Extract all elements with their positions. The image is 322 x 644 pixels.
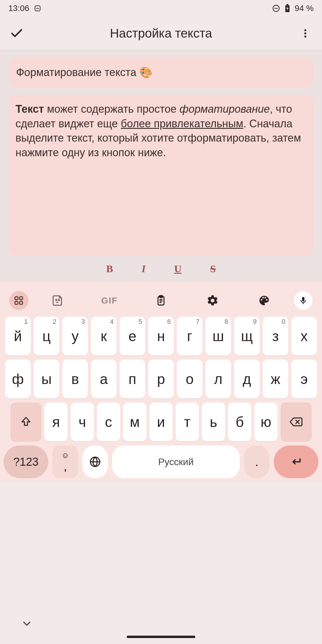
- key-ж[interactable]: ж: [263, 360, 288, 398]
- underline-button[interactable]: U: [174, 263, 182, 275]
- apps-icon[interactable]: [9, 291, 28, 310]
- strikethrough-button[interactable]: S: [210, 263, 216, 275]
- emoji-icon: ☺: [61, 451, 69, 459]
- svg-rect-11: [20, 301, 23, 304]
- gif-button[interactable]: GIF: [84, 295, 135, 306]
- keyboard-row-4: ?123 ☺ , Русский .: [2, 445, 320, 478]
- body-underline-span: более привлекательным: [121, 117, 243, 130]
- format-toolbar: B I U S: [0, 256, 322, 282]
- key-ю[interactable]: ю: [254, 402, 278, 441]
- svg-rect-4: [287, 4, 289, 5]
- body-italic-span: форматирование: [179, 103, 270, 115]
- sticker-icon[interactable]: [32, 294, 84, 307]
- bold-button[interactable]: B: [106, 263, 113, 275]
- key-ц[interactable]: ц2: [34, 317, 59, 355]
- key-л[interactable]: л: [205, 360, 231, 398]
- status-bar: 13:06 94 %: [0, 0, 322, 17]
- backspace-key[interactable]: [281, 402, 312, 441]
- app-bar: Настройка текста: [0, 17, 322, 50]
- key-hint: 8: [225, 318, 228, 326]
- key-hint: 1: [24, 318, 28, 326]
- keyboard-row-2: фывапролджэ: [2, 360, 320, 398]
- key-я[interactable]: я: [44, 402, 68, 441]
- key-и[interactable]: и: [149, 402, 173, 441]
- symbols-key[interactable]: ?123: [4, 445, 48, 478]
- key-е[interactable]: е5: [120, 317, 145, 355]
- key-г[interactable]: г7: [177, 317, 202, 355]
- battery-charging-icon: [283, 4, 292, 13]
- status-time: 13:06: [8, 4, 29, 13]
- palette-icon[interactable]: [238, 294, 290, 307]
- page-title: Настройка текста: [29, 26, 293, 41]
- clipboard-icon[interactable]: [135, 295, 187, 306]
- shift-key[interactable]: [10, 402, 41, 441]
- status-right: 94 %: [272, 4, 314, 13]
- keyboard-keys: й1ц2у3к4е5н6г7ш8щ9з0х фывапролджэ ячсмит…: [0, 317, 322, 481]
- svg-point-7: [304, 35, 306, 38]
- key-а[interactable]: а: [91, 360, 117, 398]
- key-ч[interactable]: ч: [71, 402, 94, 441]
- key-ь[interactable]: ь: [202, 402, 225, 441]
- key-ф[interactable]: ф: [5, 360, 31, 398]
- key-й[interactable]: й1: [5, 317, 31, 355]
- svg-rect-8: [15, 297, 18, 300]
- nav-gesture-pill[interactable]: [127, 636, 195, 638]
- key-в[interactable]: в: [62, 360, 88, 398]
- italic-button[interactable]: I: [142, 263, 145, 275]
- keyboard-toolbar: GIF: [0, 284, 322, 317]
- title-input[interactable]: [9, 58, 313, 87]
- body-bold-span: Текст: [16, 103, 44, 115]
- key-н[interactable]: н6: [148, 317, 174, 355]
- navigation-bar: [0, 614, 322, 644]
- keyboard-row-3: ячсмитьбю: [2, 402, 320, 441]
- mic-icon[interactable]: [294, 291, 312, 310]
- emoji-comma-key[interactable]: ☺ ,: [52, 445, 78, 478]
- key-hint: 7: [196, 318, 199, 326]
- key-м[interactable]: м: [123, 402, 146, 441]
- confirm-button[interactable]: [5, 26, 29, 41]
- enter-key[interactable]: [274, 445, 318, 478]
- key-hint: 0: [282, 318, 285, 326]
- settings-icon[interactable]: [187, 294, 238, 307]
- key-к[interactable]: к4: [91, 317, 117, 355]
- key-hint: 6: [167, 318, 171, 326]
- key-hint: 3: [81, 318, 85, 326]
- dnd-icon: [272, 4, 280, 13]
- svg-point-6: [304, 32, 306, 34]
- key-hint: 9: [253, 318, 257, 326]
- more-options-button[interactable]: [293, 28, 317, 39]
- key-о[interactable]: о: [177, 360, 202, 398]
- key-п[interactable]: п: [120, 360, 145, 398]
- body-textarea[interactable]: Текст может содержать простое форматиров…: [9, 95, 313, 256]
- battery-percent: 94 %: [295, 4, 314, 13]
- svg-point-5: [304, 29, 306, 31]
- key-б[interactable]: б: [228, 402, 251, 441]
- comma-label: ,: [64, 461, 67, 472]
- svg-rect-9: [20, 297, 23, 300]
- key-т[interactable]: т: [176, 402, 199, 441]
- key-hint: 4: [110, 318, 114, 326]
- key-у[interactable]: у3: [62, 317, 88, 355]
- key-э[interactable]: э: [291, 360, 317, 398]
- key-с[interactable]: с: [97, 402, 120, 441]
- period-key[interactable]: .: [244, 445, 270, 478]
- key-з[interactable]: з0: [263, 317, 288, 355]
- svg-point-13: [58, 300, 60, 301]
- key-hint: 2: [53, 318, 56, 326]
- key-ы[interactable]: ы: [34, 360, 59, 398]
- key-щ[interactable]: щ9: [234, 317, 260, 355]
- keyboard: GIF й1ц2у3к4е5н6г7ш8щ9з0х фывапролджэ яч…: [0, 282, 322, 481]
- content-area: Текст может содержать простое форматиров…: [0, 50, 322, 256]
- language-key[interactable]: [82, 445, 108, 478]
- key-д[interactable]: д: [234, 360, 260, 398]
- space-key[interactable]: Русский: [112, 445, 240, 478]
- svg-rect-15: [160, 295, 162, 298]
- keyboard-row-1: й1ц2у3к4е5н6г7ш8щ9з0х: [2, 317, 320, 355]
- key-hint: 5: [139, 318, 142, 326]
- svg-point-12: [56, 300, 57, 301]
- key-х[interactable]: х: [291, 317, 317, 355]
- key-ш[interactable]: ш8: [205, 317, 231, 355]
- body-text: может содержать простое: [44, 103, 179, 115]
- key-р[interactable]: р: [148, 360, 174, 398]
- keyboard-hide-icon[interactable]: [21, 618, 33, 630]
